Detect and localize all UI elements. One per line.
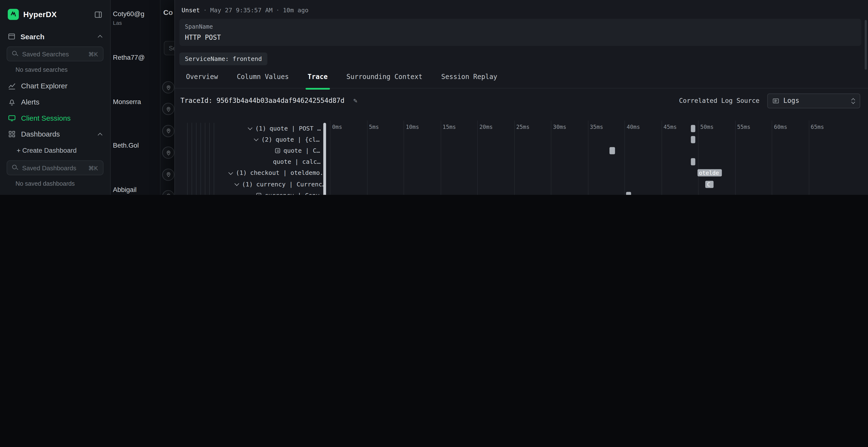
trace-tree-row[interactable]: currency | Conv… [186, 190, 326, 195]
span-duration-bar[interactable] [610, 147, 615, 154]
saved-dashboards-placeholder: Saved Dashboards [22, 165, 76, 171]
event-ago: 10m ago [283, 7, 308, 14]
event-side-panel: Unset·May 27 9:35:57 AM·10m ago SpanName… [174, 0, 868, 195]
tree-scrollbar[interactable] [323, 123, 326, 195]
map-pin-icon[interactable] [162, 81, 175, 94]
edit-pencil-icon[interactable]: ✎ [353, 97, 357, 105]
event-panel-tabs: Overview Column Values Trace Surrounding… [175, 73, 868, 89]
span-label: currency | Conv… [265, 192, 323, 195]
span-label: quote | {cl… [276, 136, 319, 143]
span-duration-bar[interactable]: otelde [697, 169, 722, 176]
search-section-icon [8, 33, 16, 40]
session-email: Retha77@ [113, 54, 160, 62]
select-chevrons-icon [851, 98, 855, 103]
search-icon [12, 165, 18, 171]
saved-searches-input[interactable]: Saved Searches ⌘K [7, 46, 104, 61]
nav-label: Dashboards [21, 130, 60, 138]
panel-scrollbar[interactable] [865, 20, 867, 70]
trace-tree-row[interactable]: (1)checkout | oteldemo.… [186, 167, 326, 178]
map-pin-icon[interactable] [162, 147, 175, 159]
trace-tree-row[interactable]: quote | calc… [186, 156, 326, 167]
kbd-shortcut: ⌘K [88, 165, 98, 171]
bell-icon [8, 98, 16, 106]
child-count: (1) [242, 181, 253, 188]
sidebar: HyperDX Search Saved Searches ⌘K No save… [0, 0, 111, 195]
nav-label: Client Sessions [21, 114, 71, 122]
span-name-label: SpanName [185, 23, 856, 30]
map-pin-icon[interactable] [162, 103, 175, 115]
sidebar-item-client-sessions[interactable]: Client Sessions [0, 110, 110, 126]
no-saved-searches-note: No saved searches [0, 65, 110, 78]
tab[interactable]: Overview [186, 73, 218, 88]
chevron-down-icon[interactable] [228, 171, 232, 175]
span-duration-bar[interactable] [691, 136, 695, 143]
span-bar-label: otelde [699, 169, 719, 176]
create-dashboard-button[interactable]: + Create Dashboard [0, 142, 110, 158]
log-source-value: Logs [783, 97, 799, 105]
session-email: Abbigail [113, 185, 160, 193]
span-tree: (1)quote | POST …(2)quote | {cl…quote | … [186, 123, 326, 195]
logo-row: HyperDX [0, 0, 110, 29]
session-list-item[interactable]: Retha77@ [111, 48, 160, 92]
chevron-up-icon[interactable] [97, 34, 102, 39]
separator: · [276, 7, 279, 14]
sidebar-item-chart-explorer[interactable]: Chart Explorer [0, 78, 110, 94]
session-detail-heading: Co [163, 8, 173, 16]
trace-tree-row[interactable]: quote | C… [186, 145, 326, 156]
logs-icon [772, 97, 779, 104]
span-name-value: HTTP POST [185, 34, 856, 41]
tab[interactable]: Session Replay [441, 73, 497, 88]
grid-icon [8, 130, 16, 138]
saved-dashboards-input[interactable]: Saved Dashboards ⌘K [7, 161, 104, 175]
correlated-log-source-label: Correlated Log Source [679, 97, 760, 105]
session-list-item[interactable]: Beth.Gol [111, 136, 160, 180]
saved-searches-placeholder: Saved Searches [22, 50, 69, 57]
log-event-icon [275, 148, 280, 153]
app-root: HyperDX Search Saved Searches ⌘K No save… [0, 0, 868, 195]
span-duration-bar[interactable] [691, 158, 695, 166]
search-icon [12, 51, 18, 57]
session-email: Coty60@g [113, 10, 160, 18]
span-duration-bar[interactable] [691, 125, 695, 132]
trace-tree-row[interactable]: (2)quote | {cl… [186, 134, 326, 145]
tab[interactable]: Surrounding Context [346, 73, 423, 88]
kbd-shortcut: ⌘K [88, 50, 98, 57]
map-pin-icon[interactable] [162, 168, 175, 181]
sidebar-item-alerts[interactable]: Alerts [0, 94, 110, 110]
event-datetime: May 27 9:35:57 AM [210, 7, 273, 14]
service-name-chip[interactable]: ServiceName: frontend [179, 53, 268, 65]
section-label: Search [21, 32, 44, 40]
session-list-item[interactable]: Abbigail [111, 180, 160, 195]
map-pin-icon[interactable] [162, 190, 175, 195]
tab[interactable]: Trace [308, 73, 328, 88]
app-title: HyperDX [23, 10, 57, 19]
chevron-down-icon[interactable] [247, 126, 252, 131]
child-count: (1) [236, 169, 247, 176]
separator: · [203, 7, 207, 14]
chevron-down-icon[interactable] [234, 182, 239, 186]
span-duration-bar[interactable] [626, 192, 631, 195]
span-duration-bar[interactable]: C [706, 181, 714, 188]
session-list-item[interactable]: Coty60@g Las [111, 4, 160, 48]
session-list-item[interactable]: Monserra [111, 92, 160, 136]
chart-icon [8, 82, 16, 90]
child-count: (2) [261, 136, 273, 143]
chevron-down-icon[interactable] [254, 137, 258, 142]
trace-id: TraceId: 956f3b4a44b03aa4daf946242554d87… [180, 97, 344, 105]
child-count: (1) [255, 125, 266, 132]
chevron-up-icon[interactable] [97, 132, 102, 137]
event-header-time: Unset·May 27 9:35:57 AM·10m ago [182, 7, 861, 14]
presets-header[interactable]: PRESETS [0, 192, 110, 195]
sidebar-item-dashboards[interactable]: Dashboards [0, 126, 110, 142]
tab[interactable]: Column Values [237, 73, 289, 88]
log-source-select[interactable]: Logs [767, 93, 860, 108]
span-label: quote | POST … [270, 125, 321, 132]
trace-tree-row[interactable]: (1)quote | POST … [186, 123, 326, 134]
sidebar-collapse-icon[interactable] [94, 10, 102, 18]
span-bars-layer: oteldeCoteldemo.grp [330, 123, 868, 195]
trace-tree-row[interactable]: (1)currency | Currenc… [186, 178, 326, 190]
map-pin-icon[interactable] [162, 125, 175, 137]
session-email: Beth.Gol [113, 142, 160, 149]
trace-waterfall: 0ms5ms10ms15ms20ms25ms30ms35ms40ms45ms50… [175, 121, 868, 195]
sidebar-section-search[interactable]: Search [0, 29, 110, 44]
